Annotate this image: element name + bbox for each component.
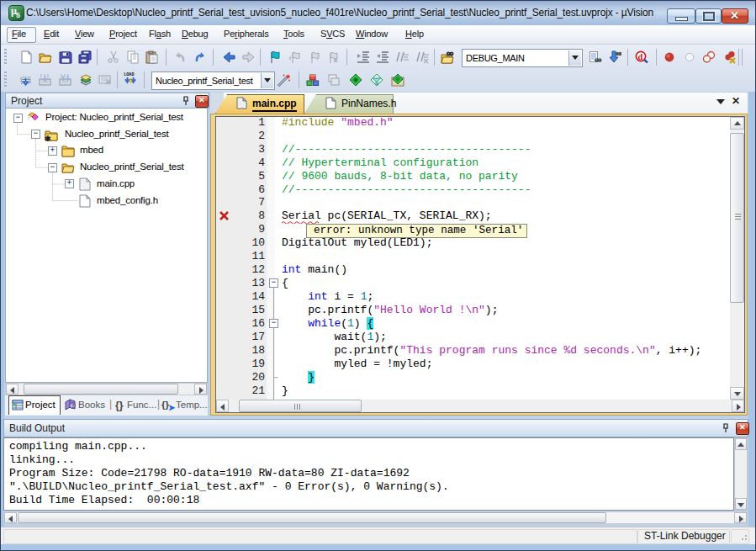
svg-text:✱: ✱: [45, 135, 51, 141]
svg-text:LOAD: LOAD: [124, 72, 134, 77]
svg-text:d: d: [637, 52, 642, 61]
svg-text:?: ?: [71, 403, 74, 409]
